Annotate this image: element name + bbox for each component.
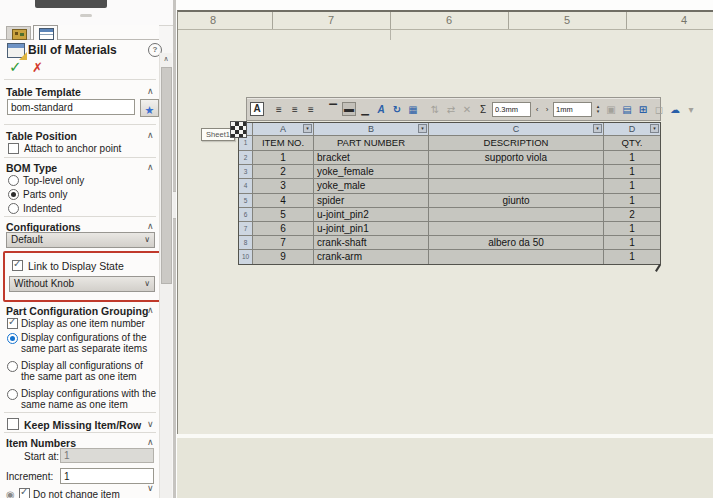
column-header-c[interactable]: C▾ <box>429 123 603 135</box>
decrease-button[interactable]: ‹ <box>533 103 541 116</box>
row-number[interactable]: 7 <box>239 222 252 235</box>
qty-cell[interactable]: 2 <box>604 208 660 221</box>
part-cell[interactable]: spider <box>314 194 428 207</box>
desc-cell[interactable] <box>429 208 603 221</box>
scrollbar-thumb[interactable] <box>161 67 172 284</box>
row-number[interactable]: 10 <box>239 250 252 263</box>
sum-icon[interactable]: Σ <box>476 102 490 117</box>
display-state-dropdown[interactable]: Without Knob ∨ <box>9 276 155 292</box>
column-menu-icon[interactable]: ▾ <box>418 124 427 133</box>
insert-table-icon[interactable]: ⊞ <box>636 102 650 117</box>
cloud-icon[interactable]: ☁ <box>668 102 682 117</box>
rotate-text-icon[interactable]: A <box>374 102 388 117</box>
column-header-d[interactable]: D▾ <box>604 123 660 135</box>
column-menu-icon[interactable]: ▾ <box>650 124 659 133</box>
header-cell[interactable]: PART NUMBER <box>314 136 428 150</box>
template-input[interactable] <box>7 99 135 115</box>
desc-cell[interactable] <box>429 179 603 192</box>
rotate-view-icon[interactable]: ↻ <box>390 102 404 117</box>
item-cell[interactable]: 1 <box>253 151 313 164</box>
qty-cell[interactable]: 1 <box>604 236 660 249</box>
start-at-input[interactable] <box>60 448 154 463</box>
collapse-icon[interactable]: ∧ <box>147 162 154 172</box>
part-cell[interactable]: bracket <box>314 151 428 164</box>
align-top-icon[interactable]: ▔ <box>326 102 340 117</box>
qty-cell[interactable]: 1 <box>604 222 660 235</box>
radio-top-level-only[interactable] <box>8 175 19 186</box>
item-cell[interactable]: 4 <box>253 194 313 207</box>
row-number[interactable]: 2 <box>239 151 252 164</box>
tab-feature-manager[interactable] <box>6 26 31 40</box>
panel-scrollbar[interactable]: ∧ <box>159 53 172 498</box>
column-header-b[interactable]: B▾ <box>314 123 428 135</box>
desc-cell[interactable] <box>429 222 603 235</box>
row-number[interactable]: 5 <box>239 194 252 207</box>
item-cell[interactable]: 5 <box>253 208 313 221</box>
align-right-icon[interactable]: ≡ <box>304 102 318 117</box>
bom-table[interactable]: A▾ B▾ C▾ D▾ 1 ITEM NO. PART NUMBER DESCR… <box>238 122 661 265</box>
qty-cell[interactable]: 1 <box>604 151 660 164</box>
header-cell[interactable]: ITEM NO. <box>253 136 313 150</box>
item-cell[interactable]: 6 <box>253 222 313 235</box>
part-cell[interactable]: u-joint_pin1 <box>314 222 428 235</box>
qty-cell[interactable]: 1 <box>604 165 660 178</box>
part-cell[interactable]: crank-arm <box>314 250 428 263</box>
desc-cell[interactable] <box>429 250 603 263</box>
scroll-up-icon[interactable]: ∧ <box>160 55 172 63</box>
desc-cell[interactable]: supporto viola <box>429 151 603 164</box>
radio-indented[interactable] <box>8 203 19 214</box>
cancel-button[interactable]: ✗ <box>32 60 43 75</box>
qty-cell[interactable]: 1 <box>604 250 660 263</box>
radio-parts-only[interactable] <box>8 189 19 200</box>
collapse-icon[interactable]: ∧ <box>147 305 154 315</box>
align-left-icon[interactable]: ≡ <box>272 102 286 117</box>
row-number[interactable]: 4 <box>239 179 252 192</box>
column-menu-icon[interactable]: ▾ <box>593 124 602 133</box>
item-cell[interactable]: 2 <box>253 165 313 178</box>
expand-icon[interactable]: ∨ <box>147 419 154 429</box>
column-header-a[interactable]: A▾ <box>253 123 313 135</box>
qty-cell[interactable]: 1 <box>604 194 660 207</box>
part-cell[interactable]: yoke_female <box>314 165 428 178</box>
ok-button[interactable]: ✓ <box>9 58 22 76</box>
window-drag-tab[interactable] <box>35 0 107 8</box>
row-number[interactable]: 3 <box>239 165 252 178</box>
desc-cell[interactable] <box>429 165 603 178</box>
format-text-icon[interactable]: A <box>250 102 264 116</box>
more-options-icon[interactable]: ▾ <box>684 102 698 117</box>
align-middle-icon[interactable]: ▬ <box>342 102 356 116</box>
spin-down-icon[interactable]: ▾ <box>594 109 602 114</box>
item-cell[interactable]: 3 <box>253 179 313 192</box>
collapse-icon[interactable]: ∧ <box>147 86 154 96</box>
row-height-input[interactable] <box>553 102 592 117</box>
collapse-icon[interactable]: ∧ <box>147 437 154 447</box>
part-cell[interactable]: crank-shaft <box>314 236 428 249</box>
radio-configs-separate-items[interactable] <box>7 333 18 344</box>
row-number[interactable]: 8 <box>239 236 252 249</box>
header-cell[interactable]: DESCRIPTION <box>429 136 603 150</box>
align-bottom-icon[interactable]: ▁ <box>358 102 372 117</box>
link-display-state-checkbox[interactable]: ✓ <box>12 260 23 271</box>
row-number[interactable]: 6 <box>239 208 252 221</box>
table-format-icon[interactable]: ▤ <box>620 102 634 117</box>
browse-template-button[interactable]: ★ <box>140 99 159 117</box>
radio-same-name-one-item[interactable] <box>7 389 18 400</box>
tab-property-manager[interactable] <box>33 25 58 40</box>
expand-icon[interactable]: ∨ <box>147 483 154 493</box>
desc-cell[interactable]: albero da 50 <box>429 236 603 249</box>
qty-cell[interactable]: 1 <box>604 179 660 192</box>
item-cell[interactable]: 7 <box>253 236 313 249</box>
display-one-item-checkbox[interactable]: ✓ <box>7 318 18 329</box>
collapse-icon[interactable]: ∧ <box>147 130 154 140</box>
desc-cell[interactable]: giunto <box>429 194 603 207</box>
keep-missing-checkbox[interactable] <box>7 418 19 430</box>
panel-grip-handle[interactable] <box>80 14 92 17</box>
collapse-icon[interactable]: ∧ <box>147 221 154 231</box>
configuration-dropdown[interactable]: Default ∨ <box>6 232 155 248</box>
align-center-icon[interactable]: ≡ <box>288 102 302 117</box>
header-cell[interactable]: QTY. <box>604 136 660 150</box>
border-thickness-input[interactable] <box>492 102 531 117</box>
column-menu-icon[interactable]: ▾ <box>303 124 312 133</box>
row-number[interactable]: 1 <box>239 136 252 150</box>
attach-anchor-checkbox[interactable] <box>8 143 19 154</box>
